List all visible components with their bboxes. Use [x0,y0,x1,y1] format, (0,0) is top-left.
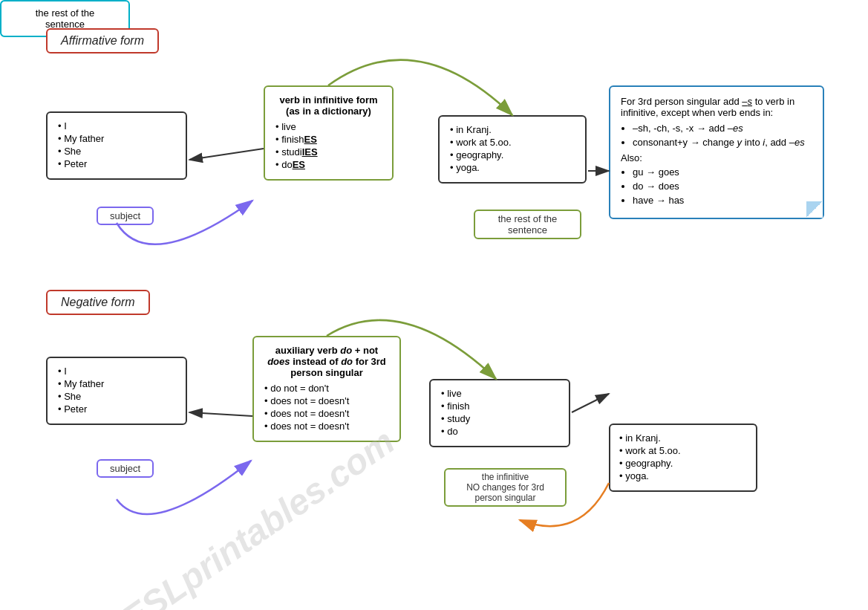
infinitive-label: the infinitiveNO changes for 3rdperson s… [444,468,567,507]
rest-aff-item-3: geography. [450,149,575,160]
info-also-1: gu → goes [633,166,812,178]
subject-neg-item-3: She [58,391,175,402]
subject-neg-label: subject [97,459,154,478]
rest-neg-label-text: the rest of thesentence [10,7,120,30]
subject-box-affirmative: I My father She Peter [46,111,187,180]
aux-item-2: does not = doesn't [264,395,389,406]
subject-neg-item-2: My father [58,378,175,389]
inf-item-3: study [441,413,558,424]
subject-aff-item-1: I [58,120,175,132]
rest-aff-list: in Kranj. work at 5.oo. geography. yoga. [450,124,575,173]
rest-aff-item-2: work at 5.oo. [450,137,575,148]
rest-neg-item-1: in Kranj. [619,432,747,444]
info-also: Also: [621,152,812,163]
subject-aff-label: subject [97,207,154,225]
verb-inf-list: live finishES studiIES doES [275,121,382,170]
rest-aff-item-1: in Kranj. [450,124,575,135]
subject-box-negative: I My father She Peter [46,357,187,425]
infinitive-box: live finish study do [429,379,570,447]
info-box: For 3rd person singular add –s to verb i… [609,85,824,219]
subject-neg-list: I My father She Peter [58,366,175,415]
subject-neg-item-1: I [58,366,175,377]
info-intro: For 3rd person singular add –s to verb i… [621,96,812,118]
verb-inf-finish: finishES [275,134,382,145]
rest-aff-label: the rest of the sentence [474,210,581,239]
verb-inf-title: verb in infinitive form (as in a diction… [275,94,382,117]
inf-item-1: live [441,388,558,399]
aux-item-3: does not = doesn't [264,408,389,419]
rest-neg-content-box: in Kranj. work at 5.oo. geography. yoga. [609,424,757,492]
page-fold [806,201,823,218]
aux-item-4: does not = doesn't [264,421,389,432]
subject-aff-item-2: My father [58,133,175,144]
subject-aff-list: I My father She Peter [58,120,175,169]
info-also-2: do → does [633,181,812,192]
rest-neg-item-2: work at 5.oo. [619,445,747,456]
verb-inf-studi: studiIES [275,146,382,158]
subject-aff-item-3: She [58,146,175,157]
infinitive-list: live finish study do [441,388,558,437]
verb-inf-live: live [275,121,382,132]
rest-neg-item-3: geography. [619,458,747,469]
negative-label: Negative form [46,290,150,315]
subject-aff-item-4: Peter [58,158,175,169]
rest-aff-box: in Kranj. work at 5.oo. geography. yoga. [438,115,587,184]
verb-inf-do: doES [275,159,382,170]
aux-verb-list: do not = don't does not = doesn't does n… [264,383,389,432]
affirmative-label: Affirmative form [46,28,159,53]
info-rule-1: –sh, -ch, -s, -x → add –es [633,123,812,134]
subject-neg-item-4: Peter [58,403,175,415]
inf-item-2: finish [441,400,558,412]
aux-verb-title: auxiliary verb do + notdoes instead of d… [264,345,389,378]
info-rule-2: consonant+y → change y into i, add –es [633,137,812,148]
rest-neg-item-4: yoga. [619,470,747,481]
inf-item-4: do [441,426,558,437]
aux-item-1: do not = don't [264,383,389,394]
info-also-3: have → has [633,195,812,206]
watermark: ESLprintables.com [114,421,402,610]
rest-neg-list: in Kranj. work at 5.oo. geography. yoga. [619,432,747,481]
rest-aff-item-4: yoga. [450,162,575,173]
aux-verb-box: auxiliary verb do + notdoes instead of d… [252,336,401,442]
verb-infinitive-box: verb in infinitive form (as in a diction… [264,85,394,181]
